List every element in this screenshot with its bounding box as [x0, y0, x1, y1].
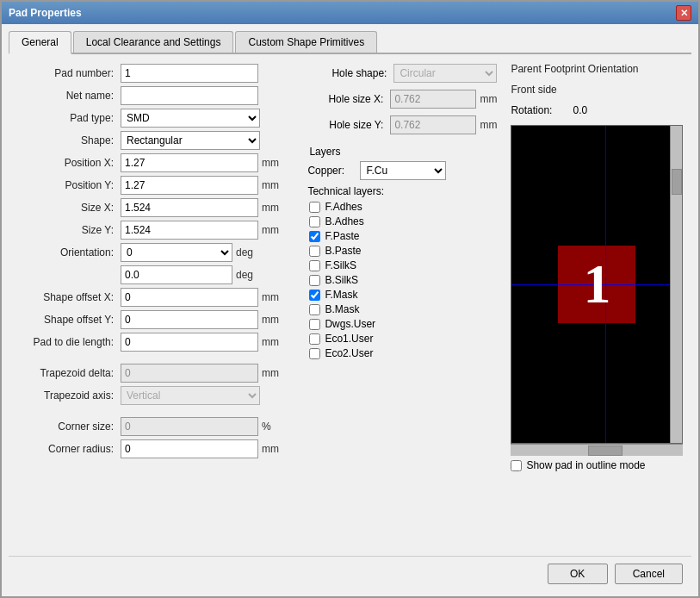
trapezoid-delta-input[interactable]: [121, 364, 258, 383]
copper-select[interactable]: F.Cu B.Cu *.Cu: [360, 161, 446, 180]
tab-bar: General Local Clearance and Settings Cus…: [9, 31, 691, 54]
net-name-row: Net name:: [9, 85, 294, 106]
layer-fmask-checkbox[interactable]: [309, 290, 320, 301]
hole-shape-label: Hole shape:: [307, 67, 393, 79]
layer-fsilks-row: F.SilkS: [309, 259, 497, 271]
layer-badhes-checkbox[interactable]: [309, 216, 320, 227]
layer-eco2-row: Eco2.User: [309, 347, 497, 359]
pad-die-unit: mm: [262, 336, 279, 348]
layer-fmask-row: F.Mask: [309, 289, 497, 301]
general-tab-content: Pad number: Net name: Pad type: SMD Thro…: [9, 63, 691, 551]
shape-label: Shape:: [9, 134, 121, 146]
scrollbar-thumb-vertical[interactable]: [672, 169, 682, 195]
trapezoid-axis-select[interactable]: Vertical Horizontal: [121, 386, 260, 405]
size-x-label: Size X:: [9, 202, 121, 214]
tab-general[interactable]: General: [9, 31, 71, 54]
orientation-val2-input[interactable]: [121, 265, 232, 284]
shape-offset-x-input[interactable]: [121, 288, 258, 307]
pad-die-label: Pad to die length:: [9, 336, 121, 348]
right-panel: Parent Footprint Orientation Front side …: [511, 63, 691, 551]
preview-section: 1 Show pad in outline: [511, 125, 691, 471]
shape-offset-x-label: Shape offset X:: [9, 291, 121, 303]
outline-mode-checkbox[interactable]: [511, 460, 522, 471]
pad-die-row: Pad to die length: mm: [9, 332, 294, 352]
hole-size-y-row: Hole size Y: mm: [307, 115, 497, 135]
layer-fadhes-checkbox[interactable]: [309, 202, 320, 213]
layer-bmask-checkbox[interactable]: [309, 304, 320, 315]
parent-footprint-title: Parent Footprint Orientation: [511, 63, 691, 75]
footer: OK Cancel: [9, 556, 691, 589]
corner-radius-label: Corner radius:: [9, 443, 121, 455]
pad-number-label: Pad number:: [9, 67, 121, 79]
pad-die-input[interactable]: [121, 333, 258, 352]
size-y-unit: mm: [262, 224, 279, 236]
tab-custom[interactable]: Custom Shape Primitives: [235, 31, 377, 53]
shape-offset-y-row: Shape offset Y: mm: [9, 309, 294, 330]
layer-dwgs-checkbox[interactable]: [309, 319, 320, 330]
pad-number-input[interactable]: [121, 64, 258, 83]
layer-badhes-label: B.Adhes: [325, 215, 363, 227]
layer-fsilks-checkbox[interactable]: [309, 260, 320, 271]
orientation-val2-row: deg: [9, 265, 294, 285]
window-title: Pad Properties: [9, 7, 82, 19]
pad-type-select[interactable]: SMD Through-hole NPTH Conn: [121, 109, 260, 128]
copper-row: Copper: F.Cu B.Cu *.Cu: [307, 161, 497, 180]
pos-x-input[interactable]: [121, 153, 258, 172]
layer-bsilks-label: B.SilkS: [325, 274, 358, 286]
layer-bsilks-checkbox[interactable]: [309, 275, 320, 286]
layer-bpaste-checkbox[interactable]: [309, 246, 320, 257]
preview-scrollbar-vertical[interactable]: [670, 126, 682, 443]
cancel-button[interactable]: Cancel: [615, 564, 683, 584]
net-name-input[interactable]: [121, 86, 258, 105]
pad-type-row: Pad type: SMD Through-hole NPTH Conn: [9, 108, 294, 128]
ok-button[interactable]: OK: [548, 564, 608, 584]
scrollbar-thumb-horizontal[interactable]: [588, 445, 623, 456]
layer-fsilks-label: F.SilkS: [325, 259, 356, 271]
layer-dwgs-label: Dwgs.User: [325, 318, 375, 330]
shape-select[interactable]: Rectangular Circle Oval Trapezoid Custom: [121, 131, 260, 150]
orientation-unit2: deg: [236, 269, 253, 281]
hole-size-y-input[interactable]: [390, 115, 476, 134]
outline-mode-label: Show pad in outline mode: [526, 459, 645, 471]
corner-size-input[interactable]: [121, 417, 258, 436]
preview-canvas: 1: [511, 125, 683, 444]
trapezoid-delta-row: Trapezoid delta: mm: [9, 363, 294, 383]
shape-offset-x-row: Shape offset X: mm: [9, 287, 294, 308]
corner-size-row: Corner size: %: [9, 416, 294, 437]
layer-eco2-checkbox[interactable]: [309, 348, 320, 359]
hole-size-x-row: Hole size X: mm: [307, 89, 497, 109]
preview-scrollbar-horizontal[interactable]: [511, 444, 683, 456]
layer-eco2-label: Eco2.User: [325, 347, 373, 359]
hole-layers-panel: Hole shape: Circular Oval Hole size X: m…: [307, 63, 497, 551]
layer-eco1-label: Eco1.User: [325, 333, 373, 345]
corner-radius-input[interactable]: [121, 439, 258, 458]
layers-title: Layers: [309, 146, 497, 158]
hole-shape-select[interactable]: Circular Oval: [393, 64, 497, 83]
shape-offset-y-input[interactable]: [121, 310, 258, 329]
hole-shape-row: Hole shape: Circular Oval: [307, 63, 497, 84]
pad-number-row: Pad number:: [9, 63, 294, 84]
parent-footprint-side: Front side: [511, 84, 691, 96]
preview-pad-number: 1: [583, 252, 610, 316]
outline-row: Show pad in outline mode: [511, 459, 691, 471]
size-y-input[interactable]: [121, 221, 258, 240]
copper-label: Copper:: [307, 165, 355, 177]
pos-x-row: Position X: mm: [9, 153, 294, 173]
close-button[interactable]: ✕: [676, 5, 691, 21]
rotation-row: Rotation: 0.0: [511, 104, 691, 116]
tab-clearance[interactable]: Local Clearance and Settings: [73, 31, 234, 53]
orientation-select[interactable]: 0 90 180 270: [121, 243, 232, 262]
pos-y-input[interactable]: [121, 176, 258, 195]
preview-wrapper: 1: [511, 125, 683, 456]
trapezoid-axis-row: Trapezoid axis: Vertical Horizontal: [9, 385, 294, 406]
hole-size-x-input[interactable]: [390, 90, 476, 109]
layer-fpaste-checkbox[interactable]: [309, 231, 320, 242]
pos-y-label: Position Y:: [9, 179, 121, 191]
pad-type-label: Pad type:: [9, 112, 121, 124]
layer-dwgs-row: Dwgs.User: [309, 318, 497, 330]
size-y-row: Size Y: mm: [9, 220, 294, 240]
layer-eco1-checkbox[interactable]: [309, 333, 320, 345]
size-x-input[interactable]: [121, 198, 258, 217]
layers-section: Layers Copper: F.Cu B.Cu *.Cu Technical …: [307, 146, 497, 362]
titlebar: Pad Properties ✕: [2, 2, 698, 24]
